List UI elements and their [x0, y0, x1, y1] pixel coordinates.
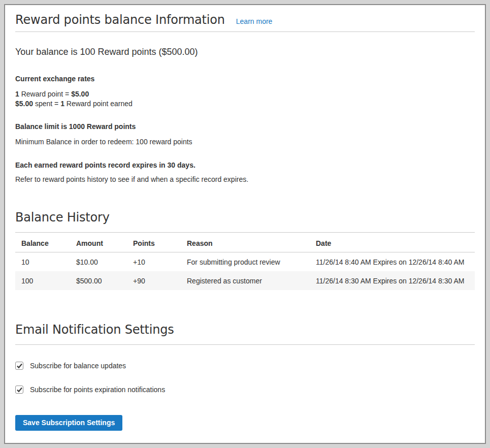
col-reason: Reason	[181, 233, 310, 252]
subscribe-expiration-row: Subscribe for points expiration notifica…	[15, 386, 475, 394]
table-row: 100 $500.00 +90 Registered as customer 1…	[15, 271, 475, 290]
cell-amount: $500.00	[70, 271, 127, 290]
expiry-note: Refer to reward points history to see if…	[15, 175, 475, 184]
minimum-redeem: Minimum Balance in order to redeem: 100 …	[15, 137, 475, 146]
balance-limit: Balance limit is 1000 Reward points	[15, 122, 475, 131]
exchange-rates-title: Current exchange rates	[15, 74, 475, 83]
cell-amount: $10.00	[70, 252, 127, 272]
checkmark-icon	[16, 387, 23, 393]
balance-history-header: Balance History	[15, 211, 475, 233]
cell-points: +10	[127, 252, 181, 272]
checkmark-icon	[16, 363, 23, 369]
subscribe-balance-row: Subscribe for balance updates	[15, 362, 475, 370]
save-subscription-button[interactable]: Save Subscription Settings	[15, 415, 122, 431]
cell-date: 11/26/14 8:30 AM Expires on 12/26/14 8:3…	[310, 271, 475, 290]
col-points: Points	[127, 233, 181, 252]
subscribe-balance-checkbox[interactable]	[15, 362, 23, 370]
col-balance: Balance	[15, 233, 70, 252]
subscribe-balance-label: Subscribe for balance updates	[30, 362, 126, 370]
table-header-row: Balance Amount Points Reason Date	[15, 233, 475, 252]
balance-history-title: Balance History	[15, 211, 475, 224]
rate-line-1: 1 Reward point = $5.00	[15, 90, 89, 98]
col-amount: Amount	[70, 233, 127, 252]
cell-balance: 100	[15, 271, 70, 290]
cell-balance: 10	[15, 252, 70, 272]
table-row: 10 $10.00 +10 For submitting product rev…	[15, 252, 475, 272]
page-title: Reward points balance Information	[15, 13, 225, 26]
balance-history-table: Balance Amount Points Reason Date 10 $10…	[15, 233, 475, 290]
expiry-notice: Each earned reward points record expires…	[15, 161, 475, 170]
reward-points-card: Reward points balance Information Learn …	[4, 4, 486, 444]
cell-points: +90	[127, 271, 181, 290]
learn-more-link[interactable]: Learn more	[236, 17, 273, 25]
subscribe-expiration-label: Subscribe for points expiration notifica…	[30, 386, 165, 394]
subscribe-expiration-checkbox[interactable]	[15, 386, 23, 394]
cell-reason: Registered as customer	[181, 271, 310, 290]
rate-line-2: $5.00 spent = 1 Reward point earned	[15, 100, 133, 108]
balance-summary: Your balance is 100 Reward points ($500.…	[15, 47, 475, 56]
cell-reason: For submitting product review	[181, 252, 310, 272]
email-settings-header: Email Notification Settings	[15, 323, 475, 345]
exchange-rate-lines: 1 Reward point = $5.00 $5.00 spent = 1 R…	[15, 89, 475, 109]
cell-date: 11/26/14 8:40 AM Expires on 12/26/14 8:4…	[310, 252, 475, 272]
col-date: Date	[310, 233, 475, 252]
email-settings-title: Email Notification Settings	[15, 323, 475, 336]
page-header: Reward points balance Information Learn …	[15, 5, 475, 32]
